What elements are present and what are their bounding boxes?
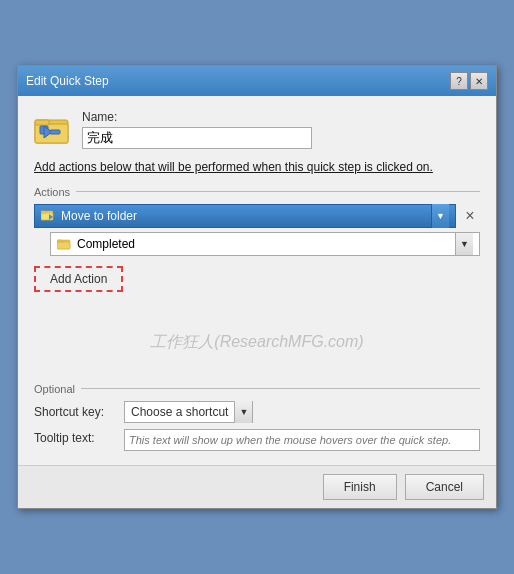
folder-dropdown-label: Completed: [77, 237, 135, 251]
folder-icon: [34, 112, 70, 148]
watermark: 工作狂人(ResearchMFG.com): [34, 332, 480, 353]
svg-rect-8: [41, 211, 46, 213]
name-section: Name:: [82, 110, 480, 149]
name-label: Name:: [82, 110, 480, 124]
actions-label-text: Actions: [34, 186, 70, 198]
action-dropdown-arrow[interactable]: ▼: [431, 204, 449, 228]
action-dropdown[interactable]: Move to folder ▼: [34, 204, 456, 228]
description-text: Add actions below that will be performed…: [34, 159, 480, 176]
svg-rect-2: [35, 120, 49, 125]
folder-small-icon: [57, 238, 71, 250]
shortcut-dropdown-text: Choose a shortcut: [125, 405, 234, 419]
delete-action-button[interactable]: ×: [460, 204, 480, 228]
folder-dropdown[interactable]: Completed ▼: [50, 232, 480, 256]
optional-section: Optional Shortcut key: Choose a shortcut…: [34, 383, 480, 451]
shortcut-key-label: Shortcut key:: [34, 405, 124, 419]
tooltip-text-label: Tooltip text:: [34, 429, 124, 445]
close-button[interactable]: ✕: [470, 72, 488, 90]
dialog-footer: Finish Cancel: [18, 465, 496, 508]
folder-row: Completed ▼: [50, 232, 480, 256]
shortcut-dropdown-arrow[interactable]: ▼: [234, 401, 252, 423]
add-action-button[interactable]: Add Action: [34, 266, 123, 292]
shortcut-dropdown[interactable]: Choose a shortcut ▼: [124, 401, 253, 423]
action-dropdown-left: Move to folder: [41, 209, 137, 223]
desc-underline: will: [158, 160, 175, 174]
actions-section-label: Actions: [34, 186, 480, 198]
desc-after: be performed when this quick step is cli…: [175, 160, 433, 174]
svg-rect-5: [50, 130, 60, 134]
finish-button[interactable]: Finish: [323, 474, 397, 500]
title-bar: Edit Quick Step ? ✕: [18, 66, 496, 96]
action-select-container: Move to folder ▼: [34, 204, 456, 228]
name-row: Name:: [34, 110, 480, 149]
title-bar-buttons: ? ✕: [450, 72, 488, 90]
help-button[interactable]: ?: [450, 72, 468, 90]
action-row: Move to folder ▼ ×: [34, 204, 480, 228]
svg-rect-12: [57, 240, 62, 242]
folder-dropdown-left: Completed: [57, 237, 135, 251]
tooltip-row: Tooltip text:: [34, 429, 480, 451]
optional-section-label: Optional: [34, 383, 480, 395]
move-to-folder-icon: [41, 209, 55, 223]
action-dropdown-label: Move to folder: [61, 209, 137, 223]
edit-quick-step-dialog: Edit Quick Step ? ✕ Name: Add action: [17, 65, 497, 509]
folder-dropdown-arrow[interactable]: ▼: [455, 233, 473, 255]
tooltip-input[interactable]: [124, 429, 480, 451]
desc-before: Add actions below that: [34, 160, 158, 174]
optional-label-text: Optional: [34, 383, 75, 395]
dialog-body: Name: Add actions below that will be per…: [18, 96, 496, 465]
cancel-button[interactable]: Cancel: [405, 474, 484, 500]
svg-rect-11: [57, 242, 70, 249]
name-input[interactable]: [82, 127, 312, 149]
shortcut-row: Shortcut key: Choose a shortcut ▼: [34, 401, 480, 423]
dialog-title: Edit Quick Step: [26, 74, 109, 88]
